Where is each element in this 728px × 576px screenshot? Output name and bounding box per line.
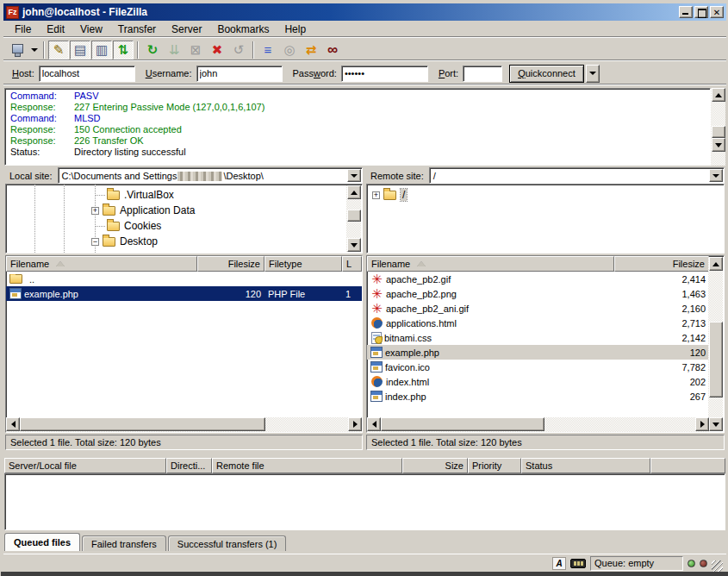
combo-dropdown-icon[interactable]: [347, 169, 361, 182]
scrollbar-thumb[interactable]: [712, 126, 725, 138]
local-tree[interactable]: .VirtualBox + Application Data Cookies −…: [5, 184, 363, 254]
file-row[interactable]: ✳apache_pb2.png 1,463: [367, 286, 709, 301]
menu-server[interactable]: Server: [164, 22, 209, 37]
refresh-button[interactable]: ↻: [142, 41, 163, 59]
toggle-transfer-queue-button[interactable]: ⇅: [113, 41, 134, 59]
scrollbar-thumb[interactable]: [381, 417, 544, 431]
scroll-down-icon[interactable]: [347, 238, 361, 252]
password-input[interactable]: [341, 66, 428, 82]
remote-site-combobox[interactable]: /: [429, 167, 725, 184]
process-queue-button[interactable]: ⇊: [164, 41, 184, 59]
port-input[interactable]: [463, 66, 502, 82]
toggle-remote-tree-button[interactable]: ▥: [91, 41, 112, 59]
minimize-button[interactable]: [679, 6, 693, 18]
combo-dropdown-icon[interactable]: [709, 169, 723, 182]
maximize-button[interactable]: [694, 6, 708, 18]
tab-successful-transfers[interactable]: Successful transfers (1): [168, 535, 287, 551]
column-remote-file[interactable]: Remote file: [212, 458, 402, 473]
scroll-right-icon[interactable]: [695, 417, 709, 431]
local-tree-scrollbar[interactable]: [346, 185, 361, 252]
tree-item-desktop[interactable]: − Desktop: [91, 234, 158, 249]
column-status[interactable]: Status: [521, 458, 650, 473]
remote-file-list[interactable]: Filename Filesize ✳apache_pb2.gif 2,414 …: [366, 255, 725, 433]
file-row[interactable]: bitnami.css 2,142: [367, 330, 709, 345]
remote-list-scrollbar[interactable]: [708, 257, 723, 431]
column-last-modified[interactable]: L: [342, 256, 362, 272]
log-scrollbar[interactable]: [711, 88, 725, 166]
local-site-combobox[interactable]: C:\Documents and Settings\Desktop\: [58, 167, 363, 184]
menu-view[interactable]: View: [72, 22, 110, 37]
remote-tree[interactable]: + /: [366, 184, 725, 254]
scroll-right-icon[interactable]: [348, 417, 362, 431]
reconnect-button[interactable]: ↺: [228, 41, 249, 59]
tree-item-root[interactable]: + /: [372, 187, 407, 203]
scrollbar-thumb[interactable]: [709, 322, 723, 398]
scrollbar-thumb[interactable]: [347, 210, 361, 222]
column-filetype[interactable]: Filetype: [264, 256, 342, 272]
local-list-hscrollbar[interactable]: [6, 417, 362, 432]
scroll-up-icon[interactable]: [347, 185, 361, 199]
file-row[interactable]: index.php 267: [367, 389, 709, 404]
toggle-message-log-button[interactable]: ✎: [48, 41, 69, 59]
scroll-up-icon[interactable]: [712, 88, 725, 102]
find-files-button[interactable]: ∞: [322, 41, 343, 59]
site-manager-button[interactable]: [7, 41, 28, 59]
tab-failed-transfers[interactable]: Failed transfers: [82, 535, 166, 551]
resize-grip[interactable]: [712, 560, 723, 572]
site-manager-dropdown[interactable]: [28, 41, 40, 59]
quickconnect-button[interactable]: Quickconnect: [509, 65, 584, 83]
column-priority[interactable]: Priority: [468, 458, 521, 473]
file-row[interactable]: index.html 202: [367, 374, 709, 389]
ascii-transfer-type-icon[interactable]: A: [552, 557, 566, 570]
scroll-down-icon[interactable]: [712, 138, 725, 152]
disconnect-button[interactable]: ✖: [207, 41, 227, 59]
scroll-down-icon[interactable]: [709, 417, 723, 431]
file-row-selected[interactable]: example.php 120: [367, 345, 709, 360]
menu-bookmarks[interactable]: Bookmarks: [209, 22, 277, 37]
tree-item-virtualbox[interactable]: .VirtualBox: [95, 187, 174, 203]
username-input[interactable]: [196, 66, 283, 82]
column-server-local-file[interactable]: Server/Local file: [4, 458, 166, 473]
menu-edit[interactable]: Edit: [39, 22, 72, 37]
menu-help[interactable]: Help: [277, 22, 314, 37]
quickconnect-dropdown[interactable]: [586, 65, 600, 83]
tree-item-cookies[interactable]: Cookies: [95, 218, 161, 234]
close-button[interactable]: [710, 6, 724, 18]
tree-item-application-data[interactable]: + Application Data: [91, 203, 195, 218]
scroll-up-icon[interactable]: [709, 257, 723, 271]
synchronized-browsing-button[interactable]: ⇄: [301, 41, 321, 59]
expand-plus-icon[interactable]: +: [372, 191, 380, 199]
file-row[interactable]: ✳apache_pb2_ani.gif 2,160: [367, 301, 709, 316]
expand-plus-icon[interactable]: +: [91, 207, 99, 215]
collapse-minus-icon[interactable]: −: [91, 238, 99, 246]
host-input[interactable]: [39, 66, 135, 82]
queue-body[interactable]: [4, 473, 725, 530]
scrollbar-thumb[interactable]: [20, 417, 265, 431]
file-row[interactable]: favicon.ico 7,782: [367, 360, 709, 374]
toggle-local-tree-button[interactable]: ▤: [70, 41, 90, 59]
column-size[interactable]: Size: [402, 458, 468, 473]
scroll-left-icon[interactable]: [367, 417, 381, 431]
file-row-example-php[interactable]: example.php 120 PHP File 1: [6, 286, 362, 301]
tab-queued-files[interactable]: Queued files: [4, 533, 80, 551]
column-direction[interactable]: Directi...: [166, 458, 212, 473]
directory-listing-filters-button[interactable]: ≡: [258, 41, 278, 59]
menu-transfer[interactable]: Transfer: [110, 22, 164, 37]
local-file-list[interactable]: Filename Filesize Filetype L .. example.…: [5, 255, 363, 433]
window-title: john@localhost - FileZilla: [22, 6, 679, 18]
directory-comparison-button[interactable]: ◎: [279, 41, 300, 59]
scroll-left-icon[interactable]: [6, 417, 20, 431]
cancel-operation-button[interactable]: ⊠: [185, 41, 206, 59]
menu-file[interactable]: File: [7, 22, 39, 37]
title-bar[interactable]: Fz john@localhost - FileZilla: [3, 3, 726, 21]
speed-limits-icon[interactable]: [570, 559, 586, 568]
file-row-parent-dir[interactable]: ..: [6, 272, 362, 286]
column-filesize[interactable]: Filesize: [197, 256, 264, 272]
column-filesize[interactable]: Filesize: [614, 256, 709, 272]
message-log-body[interactable]: Command:PASV Response:227 Entering Passi…: [4, 88, 711, 166]
column-filename[interactable]: Filename: [6, 256, 197, 272]
file-row[interactable]: applications.html 2,713: [367, 316, 709, 330]
file-row[interactable]: ✳apache_pb2.gif 2,414: [367, 272, 709, 286]
column-filename[interactable]: Filename: [367, 256, 614, 272]
remote-list-hscrollbar[interactable]: [367, 417, 709, 432]
